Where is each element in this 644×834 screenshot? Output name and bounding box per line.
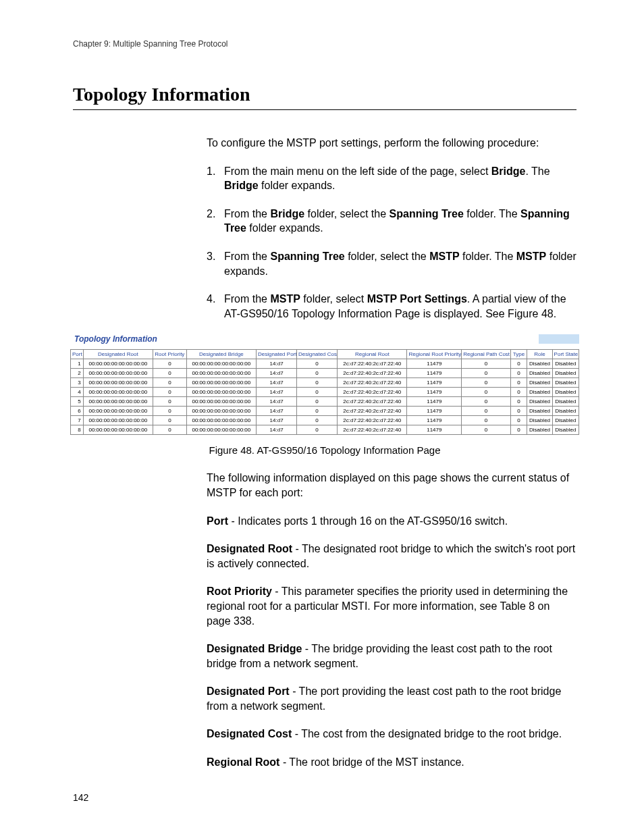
definition: Designated Cost - The cost from the desi…: [207, 727, 576, 741]
step-3: 3. From the Spanning Tree folder, select…: [207, 249, 576, 278]
table-row: 100:00:00:00:00:00:00:00000:00:00:00:00:…: [71, 359, 579, 369]
topology-table: PortDesignated RootRoot PriorityDesignat…: [70, 349, 579, 435]
table-cell: 0: [153, 369, 187, 378]
table-cell: 00:00:00:00:00:00:00:00: [186, 425, 256, 435]
table-cell: Disabled: [552, 359, 579, 369]
table-cell: 0: [297, 359, 338, 369]
table-cell: Disabled: [527, 407, 552, 416]
table-cell: Disabled: [527, 416, 552, 425]
table-header: Role: [527, 350, 552, 359]
table-cell: 0: [297, 397, 338, 407]
table-cell: 0: [462, 397, 510, 407]
table-cell: 8: [71, 425, 84, 435]
step-text: From the MSTP folder, select MSTP Port S…: [224, 292, 576, 321]
table-cell: 2c:d7:22:40:2c:d7:22:40: [338, 425, 407, 435]
table-cell: Disabled: [527, 378, 552, 388]
table-cell: 14:d7: [257, 397, 297, 407]
table-cell: 0: [153, 378, 187, 388]
table-cell: 5: [71, 397, 84, 407]
table-cell: 00:00:00:00:00:00:00:00: [186, 378, 256, 388]
step-1: 1. From the main menu on the left side o…: [207, 164, 576, 193]
table-cell: 0: [153, 407, 187, 416]
step-number: 3.: [207, 249, 224, 278]
table-header: Type: [510, 350, 527, 359]
table-cell: 11479: [407, 378, 462, 388]
definition: Designated Port - The port providing the…: [207, 684, 576, 713]
step-number: 2.: [207, 207, 224, 236]
table-cell: 4: [71, 388, 84, 397]
table-cell: 00:00:00:00:00:00:00:00: [83, 378, 153, 388]
table-header: Designated Cost: [297, 350, 338, 359]
table-cell: 00:00:00:00:00:00:00:00: [186, 369, 256, 378]
table-cell: 0: [153, 359, 187, 369]
table-cell: 0: [297, 407, 338, 416]
table-cell: 0: [510, 388, 527, 397]
table-cell: 2c:d7:22:40:2c:d7:22:40: [338, 397, 407, 407]
table-cell: 11479: [407, 407, 462, 416]
table-cell: 00:00:00:00:00:00:00:00: [186, 407, 256, 416]
step-number: 4.: [207, 292, 224, 321]
table-cell: 0: [462, 369, 510, 378]
step-text: From the Spanning Tree folder, select th…: [224, 249, 576, 278]
table-cell: 00:00:00:00:00:00:00:00: [83, 388, 153, 397]
table-cell: 0: [297, 388, 338, 397]
table-cell: 14:d7: [257, 416, 297, 425]
table-cell: 00:00:00:00:00:00:00:00: [83, 359, 153, 369]
table-cell: 0: [462, 425, 510, 435]
table-cell: 0: [510, 407, 527, 416]
table-cell: 0: [462, 416, 510, 425]
page-title: Topology Information: [73, 84, 576, 110]
page-number: 142: [73, 792, 88, 803]
table-cell: 11479: [407, 359, 462, 369]
definition: Designated Bridge - The bridge providing…: [207, 642, 576, 671]
table-row: 600:00:00:00:00:00:00:00000:00:00:00:00:…: [71, 407, 579, 416]
definition: Regional Root - The root bridge of the M…: [207, 755, 576, 770]
table-cell: 14:d7: [257, 369, 297, 378]
table-cell: 14:d7: [257, 388, 297, 397]
definition: Designated Root - The designated root br…: [207, 542, 576, 571]
step-2: 2. From the Bridge folder, select the Sp…: [207, 207, 576, 236]
table-cell: 1: [71, 359, 84, 369]
table-cell: 0: [153, 416, 187, 425]
table-cell: 0: [297, 416, 338, 425]
table-cell: 0: [297, 378, 338, 388]
figure-title: Topology Information: [70, 334, 157, 344]
table-cell: Disabled: [527, 369, 552, 378]
table-header: Regional Root: [338, 350, 407, 359]
table-header: Regional Path Cost: [462, 350, 510, 359]
definition: Port - Indicates ports 1 through 16 on t…: [207, 514, 576, 529]
table-cell: Disabled: [552, 369, 579, 378]
table-cell: 00:00:00:00:00:00:00:00: [83, 407, 153, 416]
table-cell: 0: [153, 425, 187, 435]
figure-caption: Figure 48. AT-GS950/16 Topology Informat…: [70, 444, 579, 456]
table-cell: 14:d7: [257, 407, 297, 416]
table-cell: 00:00:00:00:00:00:00:00: [83, 416, 153, 425]
table-row: 500:00:00:00:00:00:00:00000:00:00:00:00:…: [71, 397, 579, 407]
table-cell: 2c:d7:22:40:2c:d7:22:40: [338, 369, 407, 378]
table-cell: 2c:d7:22:40:2c:d7:22:40: [338, 388, 407, 397]
table-cell: 00:00:00:00:00:00:00:00: [83, 425, 153, 435]
table-cell: 0: [297, 369, 338, 378]
table-cell: 0: [510, 397, 527, 407]
table-cell: 14:d7: [257, 359, 297, 369]
table-cell: 14:d7: [257, 425, 297, 435]
table-row: 200:00:00:00:00:00:00:00000:00:00:00:00:…: [71, 369, 579, 378]
table-cell: 00:00:00:00:00:00:00:00: [186, 388, 256, 397]
table-cell: Disabled: [552, 388, 579, 397]
table-cell: Disabled: [527, 397, 552, 407]
table-cell: Disabled: [552, 397, 579, 407]
table-cell: 2c:d7:22:40:2c:d7:22:40: [338, 407, 407, 416]
table-cell: 11479: [407, 388, 462, 397]
step-4: 4. From the MSTP folder, select MSTP Por…: [207, 292, 576, 321]
table-cell: Disabled: [552, 407, 579, 416]
figure-title-accent: [539, 334, 579, 344]
table-cell: 2c:d7:22:40:2c:d7:22:40: [338, 359, 407, 369]
table-row: 700:00:00:00:00:00:00:00000:00:00:00:00:…: [71, 416, 579, 425]
table-cell: 2c:d7:22:40:2c:d7:22:40: [338, 378, 407, 388]
table-cell: 00:00:00:00:00:00:00:00: [186, 416, 256, 425]
table-cell: 2: [71, 369, 84, 378]
table-header: Port: [71, 350, 84, 359]
table-cell: 0: [297, 425, 338, 435]
table-cell: 00:00:00:00:00:00:00:00: [186, 359, 256, 369]
table-row: 300:00:00:00:00:00:00:00000:00:00:00:00:…: [71, 378, 579, 388]
